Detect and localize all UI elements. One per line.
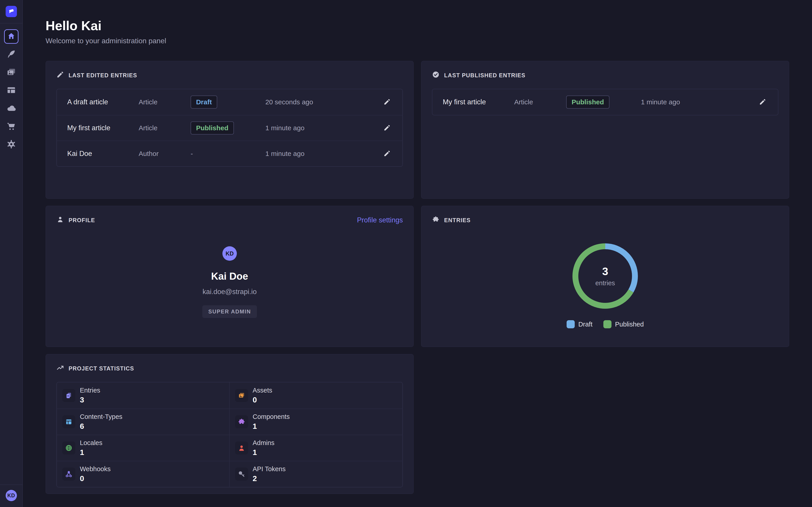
- stat-value: 1: [253, 448, 274, 457]
- sidebar: KD: [0, 0, 23, 507]
- edit-entry-button[interactable]: [382, 123, 392, 133]
- stat-label: Entries: [80, 387, 100, 394]
- profile-card: PROFILE Profile settings KD Kai Doe kai.…: [46, 206, 414, 347]
- pencil-icon: [56, 71, 64, 80]
- user-icon: [235, 441, 248, 454]
- stat-api-tokens: API Tokens 2: [230, 461, 402, 487]
- entry-type: Article: [514, 98, 566, 106]
- table-row: Kai Doe Author - 1 minute ago: [57, 140, 402, 166]
- stat-label: Assets: [253, 387, 272, 394]
- sidebar-item-content-manager[interactable]: [4, 47, 18, 62]
- sidebar-item-home[interactable]: [4, 29, 18, 44]
- gear-icon: [6, 139, 16, 150]
- stat-entries: Entries 3: [57, 382, 230, 408]
- legend-item-published: Published: [603, 320, 644, 328]
- edit-entry-button[interactable]: [382, 97, 392, 107]
- stat-value: 1: [253, 422, 290, 431]
- stat-value: 6: [80, 422, 122, 431]
- legend-label: Draft: [578, 321, 593, 328]
- published-swatch: [603, 320, 611, 328]
- puzzle-icon: [235, 415, 248, 428]
- strapi-logo-icon: [8, 8, 15, 15]
- stat-value: 0: [253, 395, 272, 404]
- pencil-icon: [759, 98, 766, 106]
- stat-label: Locales: [80, 439, 102, 447]
- key-icon: [235, 467, 248, 481]
- images-icon: [235, 389, 248, 402]
- last-published-table: My first article Article Published 1 min…: [432, 89, 778, 115]
- stat-components: Components 1: [230, 408, 402, 435]
- sidebar-user-avatar[interactable]: KD: [6, 490, 17, 501]
- entries-donut: 3 entries: [571, 242, 639, 310]
- last-edited-entries-card: LAST EDITED ENTRIES A draft article Arti…: [46, 61, 414, 199]
- webhook-icon: [62, 467, 75, 481]
- entry-time: 20 seconds ago: [265, 98, 382, 106]
- stat-label: Webhooks: [80, 465, 111, 473]
- cloud-icon: [6, 103, 16, 114]
- stat-webhooks: Webhooks 0: [57, 461, 230, 487]
- status-badge: Published: [191, 121, 265, 134]
- table-row: My first article Article Published 1 min…: [57, 115, 402, 140]
- entry-type: Article: [139, 98, 191, 106]
- entry-name: My first article: [67, 124, 139, 132]
- stat-assets: Assets 0: [230, 382, 402, 408]
- sidebar-item-marketplace[interactable]: [4, 119, 18, 134]
- chart-legend: Draft Published: [567, 320, 644, 328]
- project-statistics-card: PROJECT STATISTICS Entries 3: [46, 354, 414, 494]
- sidebar-item-content-type-builder[interactable]: [4, 83, 18, 98]
- sidebar-item-cloud[interactable]: [4, 101, 18, 116]
- avatar: KD: [222, 246, 237, 261]
- entry-name: A draft article: [67, 98, 139, 106]
- globe-icon: [62, 441, 75, 454]
- edit-entry-button[interactable]: [382, 149, 392, 159]
- sidebar-nav: [0, 23, 22, 152]
- stat-value: 3: [80, 395, 100, 404]
- last-published-entries-card: LAST PUBLISHED ENTRIES My first article …: [421, 61, 789, 199]
- cart-icon: [6, 121, 16, 132]
- last-edited-table: A draft article Article Draft 20 seconds…: [56, 89, 403, 167]
- profile-settings-link[interactable]: Profile settings: [357, 216, 403, 224]
- stat-label: API Tokens: [253, 465, 286, 473]
- documents-icon: [62, 389, 75, 402]
- sidebar-item-settings[interactable]: [4, 137, 18, 152]
- entry-type: Article: [139, 124, 191, 132]
- card-title: ENTRIES: [444, 217, 470, 224]
- pencil-icon: [384, 98, 391, 106]
- profile-name: Kai Doe: [211, 271, 248, 282]
- status-badge: Draft: [191, 96, 265, 109]
- project-statistics-table: Entries 3 Assets: [56, 382, 403, 488]
- home-icon: [7, 32, 15, 41]
- card-title: LAST PUBLISHED ENTRIES: [444, 72, 525, 79]
- stat-label: Content-Types: [80, 413, 122, 420]
- profile-email: kai.doe@strapi.io: [203, 288, 257, 296]
- trend-up-icon: [56, 364, 64, 373]
- legend-label: Published: [615, 321, 644, 328]
- card-title: LAST EDITED ENTRIES: [68, 72, 137, 79]
- role-badge: SUPER ADMIN: [202, 305, 257, 318]
- stat-label: Components: [253, 413, 290, 420]
- stat-label: Admins: [253, 439, 274, 447]
- table-row: My first article Article Published 1 min…: [433, 89, 778, 115]
- page-title: Hello Kai: [46, 18, 789, 33]
- check-circle-icon: [432, 71, 440, 80]
- layout-icon: [62, 415, 75, 428]
- entry-time: 1 minute ago: [265, 150, 382, 158]
- entry-time: 1 minute ago: [265, 124, 382, 132]
- strapi-logo[interactable]: [6, 6, 17, 17]
- pencil-icon: [384, 150, 391, 158]
- legend-item-draft: Draft: [567, 320, 593, 328]
- edit-entry-button[interactable]: [758, 97, 768, 107]
- sidebar-item-media-library[interactable]: [4, 65, 18, 80]
- layout-icon: [6, 85, 16, 96]
- entry-name: Kai Doe: [67, 150, 139, 158]
- card-title: PROFILE: [68, 217, 95, 224]
- card-title: PROJECT STATISTICS: [68, 365, 134, 372]
- puzzle-icon: [432, 216, 440, 225]
- feather-icon: [6, 49, 16, 60]
- donut-center-value: 3: [602, 265, 608, 278]
- table-row: A draft article Article Draft 20 seconds…: [57, 89, 402, 115]
- status-text: -: [191, 150, 265, 158]
- entry-time: 1 minute ago: [641, 98, 758, 106]
- user-icon: [56, 216, 64, 225]
- entries-card: ENTRIES 3 entries Draft: [421, 206, 789, 347]
